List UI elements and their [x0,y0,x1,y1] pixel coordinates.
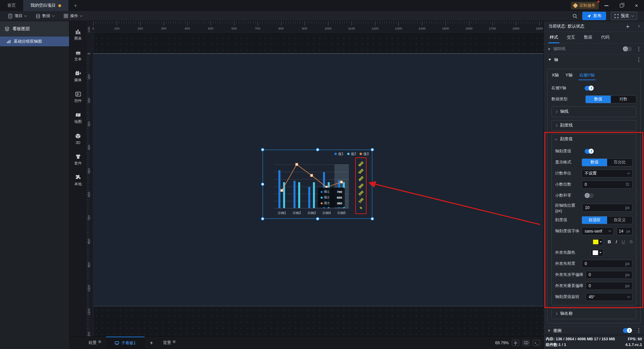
plus-icon: + [150,340,153,346]
preview-button[interactable]: 预览 [611,12,637,20]
legend-section[interactable]: 图例 [544,326,644,335]
dock-item-media[interactable]: 媒体 [69,67,87,86]
axis-line-section[interactable]: 轴线 [551,106,636,117]
option-percent[interactable]: 百分比 [607,159,632,166]
glow-h-offset-input[interactable]: 0 px [586,271,633,279]
resize-handle-w[interactable] [261,183,264,186]
annotation-red-box-axis [355,157,367,214]
dock-item-local[interactable]: 本地 [69,171,87,190]
display-format-segmented: 数值 百分比 [582,158,633,166]
count-unit-select[interactable]: 不设置 [582,169,633,178]
axis-tick-value-toggle[interactable] [585,149,594,154]
custom-service-badge[interactable]: 定制服务 [571,2,599,9]
search-icon[interactable] [572,13,578,19]
more-options-icon[interactable] [638,328,639,333]
tick-line-section[interactable]: 刻度线 [551,120,636,131]
tab-data[interactable]: 数据 [583,32,593,43]
fit-view-icon[interactable] [512,340,519,346]
v-ruler-label: 800 [87,235,91,248]
foreground-button[interactable]: 前景 ⊕ [84,337,106,349]
line-marker [340,181,342,183]
guide-line-section[interactable]: 辅助线 [544,44,644,54]
add-state-button[interactable]: ＋ [625,22,631,30]
resize-handle-se[interactable] [371,217,374,220]
restore-button[interactable] [614,0,629,11]
background-button[interactable]: 背景 ⊕ [158,337,180,349]
dock-item-map[interactable]: 地图 [69,108,87,128]
dock-item-text[interactable]: 文本 [69,46,87,65]
resize-handle-s[interactable] [316,217,319,220]
bold-button[interactable]: B [608,239,611,244]
data-type-segmented: 数值 对数 [585,95,636,103]
option-numeric[interactable]: 数值 [586,96,611,103]
resize-handle-ne[interactable] [371,148,374,151]
axis-name-section[interactable]: 轴名称 [551,308,636,319]
option-log[interactable]: 对数 [611,96,636,103]
font-family-value: sans-serif [585,229,602,234]
close-button[interactable]: ✕ [629,0,644,11]
font-family-select[interactable]: sans-serif [582,227,614,235]
guide-line-toggle[interactable] [623,47,632,51]
more-options-icon[interactable] [638,57,639,62]
tick-rotate-row: 轴刻度值旋转 45° [555,293,633,301]
tab-x-axis[interactable]: X轴 [551,70,559,81]
tab-right-y-axis[interactable]: 右侧Y轴 [579,70,595,81]
option-numeric[interactable]: 数值 [582,159,607,166]
dock-item-3d[interactable]: 3D [69,129,87,149]
decimal-digits-input[interactable]: 0 位 [582,181,633,189]
strikethrough-button[interactable]: S [630,239,633,244]
font-size-input[interactable]: 14 px [616,227,633,235]
expand-states-icon[interactable] [637,25,640,28]
design-canvas[interactable]: 0100200300400500600700800900100011001200… [87,21,543,336]
italic-button[interactable]: I [615,239,617,244]
more-options-icon[interactable] [638,47,639,51]
decimal-pad-zero-row: 小数补零 [555,192,633,200]
option-custom[interactable]: 自定义 [607,216,632,224]
menu-actions[interactable]: 操作 [59,11,87,21]
tab-interaction[interactable]: 交互 [566,32,576,43]
x-axis-label: 示例3 [304,211,319,215]
publish-button[interactable]: 发布 [582,12,606,20]
keyboard-shortcuts-icon[interactable] [522,340,530,346]
resize-handle-e[interactable] [371,183,374,186]
legend-toggle[interactable] [623,328,632,333]
decimal-pad-zero-toggle[interactable] [585,193,594,198]
zoom-level[interactable]: 69.79% [495,341,509,345]
underline-button[interactable]: U [622,239,625,244]
legend-item[interactable]: 值3 [360,152,369,156]
option-auto[interactable]: 自适应 [582,216,607,224]
console-icon[interactable]: >_ [533,340,540,346]
menu-project[interactable]: 项目 [3,11,31,21]
tab-project[interactable]: 我的空白项目 [23,0,68,11]
tab-code[interactable]: 代码 [600,32,610,43]
tick-rotate-select[interactable]: 45° [586,293,633,301]
tab-y-axis[interactable]: Y轴 [565,70,573,81]
minimize-button[interactable] [599,0,614,11]
tab-style[interactable]: 样式 [549,32,559,43]
dock-item-charts[interactable]: 图表 [69,25,87,45]
tick-value-header[interactable]: 刻度值 [552,134,636,144]
v-ruler-label: 1200 [87,329,91,336]
legend-item[interactable]: 值1 [334,152,343,156]
add-board-button[interactable]: + [145,337,158,349]
resize-handle-n[interactable] [316,148,319,151]
axis-section-header[interactable]: 轴 [544,54,644,65]
resize-handle-sw[interactable] [261,217,264,220]
tab-home[interactable]: 首页 [0,0,23,11]
dock-item-controls[interactable]: 控件 [69,88,87,107]
legend-item[interactable]: 值2 [347,152,356,156]
font-color-swatch[interactable] [592,238,603,246]
right-y-axis-toggle[interactable] [585,86,594,91]
resize-handle-nw[interactable] [261,148,264,151]
dock-item-kits[interactable]: 套件 [69,150,87,169]
restore-icon [620,4,623,7]
glow-color-swatch[interactable] [591,249,603,256]
menu-data[interactable]: 数据 [31,11,59,21]
axis-offset-input[interactable]: 10 px [582,204,633,212]
layer-item-selected[interactable]: 基础分组双轴图 [0,37,69,46]
glow-level-input[interactable]: 0 px [582,260,633,268]
subboard-tab[interactable]: 子看板1 [106,337,145,349]
new-tab-button[interactable]: + [68,0,83,11]
chart-widget-selected[interactable]: 值1值2值3 示例1示例2示例3示例4示例5 01002003004005006… [263,150,372,219]
glow-v-offset-input[interactable]: 0 px [586,282,633,290]
